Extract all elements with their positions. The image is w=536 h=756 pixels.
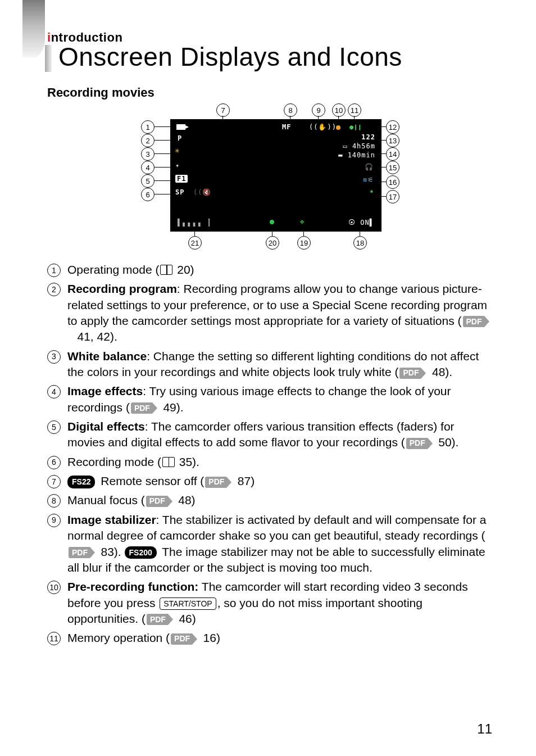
callout-12: 12 — [386, 120, 399, 134]
level-marker: ▌▖▖▖▖ ▎ — [178, 219, 214, 227]
note-2: 2 Recording program: Recording programs … — [47, 281, 489, 345]
callout-20: 20 — [266, 236, 279, 250]
start-stop-key: START/STOP — [160, 597, 216, 610]
callout-5: 5 — [141, 174, 155, 188]
callout-7: 7 — [216, 103, 230, 117]
note-3: 3 White balance: Change the setting so d… — [47, 348, 489, 381]
callout-6: 6 — [141, 188, 155, 201]
header-accent-shape — [22, 0, 45, 57]
section-heading: Recording movies — [47, 85, 492, 100]
white-balance-icon — [176, 149, 182, 155]
model-badge-fs22: FS22 — [67, 476, 95, 488]
callout-2: 2 — [141, 134, 155, 147]
stabilizer-icon: ((✋)) — [309, 123, 337, 131]
callout-8: 8 — [284, 103, 297, 117]
kicker-initial: i — [47, 30, 51, 44]
pdf-icon: PDF — [131, 402, 152, 414]
pdf-icon: PDF — [171, 633, 192, 645]
notes-list: 1 Operating mode ( 20) 2 Recording progr… — [44, 262, 492, 646]
image-effect-icon: ✦ — [175, 161, 180, 169]
joystick-icon: ✥ — [300, 218, 305, 225]
pdf-icon: PDF — [463, 316, 484, 327]
model-badge-fs200: FS200 — [125, 546, 157, 559]
pdf-icon: PDF — [69, 547, 90, 558]
battery-remaining: ▬ 140min — [338, 151, 375, 159]
callout-18: 18 — [353, 236, 367, 250]
note-10: 10 Pre-recording function: The camcorder… — [47, 579, 489, 627]
guide-on: ⦿ ON▌ — [348, 219, 374, 227]
center-marker-icon — [270, 220, 274, 224]
note-1: 1 Operating mode ( 20) — [47, 262, 489, 278]
callout-1: 1 — [141, 120, 155, 134]
page-title: Onscreen Displays and Icons — [58, 42, 402, 72]
lcd-diagram: 7 8 9 10 11 1 2 3 4 5 6 12 — [111, 103, 425, 250]
callout-9: 9 — [312, 103, 325, 117]
callout-21: 21 — [188, 236, 202, 250]
note-4: 4 Image effects: Try using various image… — [47, 383, 489, 415]
note-5: 5 Digital effects: The camcorder offers … — [47, 419, 489, 451]
program-p: P — [178, 134, 182, 142]
note-6: 6 Recording mode ( 35). — [47, 454, 489, 470]
memory-operation: ●❙❙ — [349, 123, 362, 131]
note-7: 7 FS22 Remote sensor off (PDF 87) — [47, 473, 489, 489]
pdf-icon: PDF — [205, 477, 226, 488]
recording-mode-sp: SP — [175, 188, 184, 196]
title-accent-bar — [45, 45, 52, 72]
pdf-icon: PDF — [399, 368, 421, 379]
pdf-icon: PDF — [406, 438, 428, 449]
book-icon — [162, 457, 175, 467]
callout-14: 14 — [386, 147, 399, 161]
remote-off-icon: ((🔇 — [193, 188, 211, 196]
remaining-time: ▭ 4h56m — [343, 142, 375, 150]
callout-17: 17 — [386, 190, 399, 203]
manual-focus: MF — [282, 123, 291, 131]
headphone-icon — [365, 162, 373, 171]
note-11: 11 Memory operation (PDF 16) — [47, 630, 489, 646]
callout-19: 19 — [297, 236, 311, 250]
lcd-screen: P ✦ F1 SP ((🔇 MF ((✋)) ●❙❙ 122 ▭ 4h56m ▬… — [170, 119, 381, 232]
note-8: 8 Manual focus (PDF 48) — [47, 492, 489, 508]
wind-icon: ≋⚟ — [363, 176, 374, 184]
callout-4: 4 — [141, 161, 155, 174]
pdf-icon: PDF — [147, 614, 168, 625]
callout-11: 11 — [348, 103, 361, 117]
scene-count: 122 — [361, 133, 375, 141]
callout-13: 13 — [386, 134, 399, 147]
book-icon — [160, 265, 172, 275]
digital-effect-f1: F1 — [175, 175, 188, 183]
backlight-icon: ✷ — [370, 187, 374, 195]
movie-mode-icon — [176, 124, 185, 130]
callout-10: 10 — [332, 103, 346, 117]
callout-15: 15 — [386, 161, 399, 174]
callout-16: 16 — [386, 175, 399, 189]
pdf-icon: PDF — [146, 496, 167, 507]
prerec-icon — [336, 125, 340, 130]
page-number: 11 — [477, 721, 492, 737]
note-9: 9 Image stabilizer: The stabilizer is ac… — [47, 512, 489, 576]
callout-3: 3 — [141, 147, 155, 161]
